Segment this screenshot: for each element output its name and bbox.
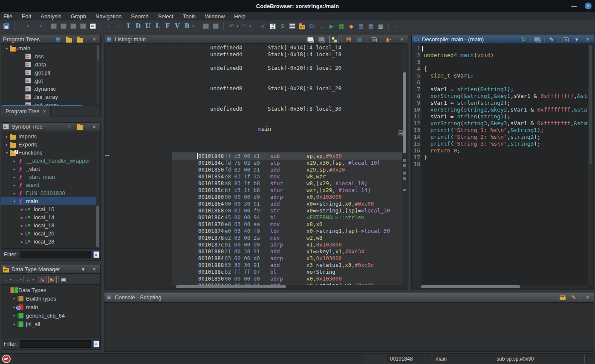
decompile-line-4[interactable]: 4{ — [412, 66, 589, 72]
decompile-line-18[interactable]: 18 — [412, 161, 589, 168]
save-button[interactable] — [3, 22, 10, 31]
asm-row-00101854[interactable]: 00101854e8 03 1f 2amovw8,wzr — [104, 173, 403, 180]
expand-caret-icon[interactable]: ▸ — [12, 175, 17, 179]
symbol-filter-input[interactable] — [20, 251, 91, 258]
redo-button[interactable]: ↷ — [240, 22, 248, 31]
expand-caret-icon[interactable]: ▸ — [12, 313, 17, 318]
tree-item-local_28[interactable]: ▸L◆local_28 — [1, 238, 100, 246]
listing-content[interactable]: undefined4Stack[-0x14]:4 local_14undefin… — [104, 44, 403, 285]
tree-item-Functions[interactable]: ▾Functions — [1, 149, 100, 157]
decompile-line-10[interactable]: 10 xorString(string2,&key2,sVar1 & 0xfff… — [412, 106, 589, 113]
function-label[interactable]: main — [258, 126, 271, 132]
paste-button[interactable] — [318, 36, 326, 43]
tree-item-.bss[interactable]: .bss — [1, 52, 100, 60]
diff-view-button[interactable]: ▥ — [355, 36, 364, 43]
tree-item-DataTypes[interactable]: Data Types — [1, 286, 100, 294]
close-panel-button[interactable]: × — [583, 36, 592, 43]
collapse-caret-icon[interactable]: ▾ — [4, 46, 10, 51]
expand-caret-icon[interactable]: ▸ — [12, 159, 17, 163]
tree-item-generic_clib_64[interactable]: ▸generic_clib_64 — [1, 311, 100, 320]
tree-item-_start[interactable]: ▸ƒ_start — [1, 165, 100, 173]
expand-caret-icon[interactable]: ▸ — [19, 232, 25, 236]
decompile-line-7[interactable]: 7 sVar1 = strlen(&string1); — [412, 86, 589, 93]
dropdown-caret[interactable]: ▾ — [237, 24, 238, 28]
dtm-preview-button[interactable]: ▣ — [61, 276, 66, 283]
decompile-line-14[interactable]: 14 printf("String 2: %s\n",string2); — [412, 134, 589, 140]
table-button[interactable]: ▦ — [357, 22, 365, 31]
edit-fields-button[interactable]: ▤ — [344, 36, 353, 43]
tree-item-local_18[interactable]: ▸L◆local_18 — [1, 221, 100, 229]
asm-row-00101870[interactable]: 00101870e8 03 00 aamovx8,x0 — [104, 221, 403, 228]
program-tree-scrollbar[interactable] — [96, 45, 100, 104]
decompile-hscrollbar[interactable] — [413, 285, 589, 289]
expand-caret-icon[interactable]: ▸ — [12, 191, 17, 195]
collapse-caret-icon[interactable]: ▾ — [12, 199, 17, 203]
dropdown-caret[interactable]: ▾ — [192, 24, 194, 28]
close-panel-button[interactable]: × — [583, 294, 592, 301]
menu-tools[interactable]: Tools — [183, 13, 196, 20]
broom-button[interactable]: ▥ — [377, 22, 384, 31]
menu-edit[interactable]: Edit — [22, 13, 31, 20]
dtm-filter-input[interactable] — [20, 340, 91, 348]
tree-item-__atexit_handler_wrapper[interactable]: ▸ƒ__atexit_handler_wrapper — [1, 157, 100, 165]
expand-caret-icon[interactable]: ▸ — [12, 183, 17, 187]
asm-row-00101858[interactable]: 00101858a8 83 1f b8sturw8,[x29, #local_1… — [104, 180, 403, 187]
struct2-button[interactable] — [212, 22, 220, 31]
asm-row-00101878[interactable]: 00101878e2 03 08 2amovw2,w8 — [104, 235, 403, 241]
expand-caret-icon[interactable]: ▸ — [19, 240, 25, 244]
tree-item-_start_main[interactable]: ▸ƒ_start_main — [1, 173, 100, 181]
snapshot-button[interactable] — [370, 36, 378, 43]
asm-row-0010185c[interactable]: 0010185cbf c3 1f b8sturwzr,[x29, #local_… — [104, 187, 403, 194]
copy-button[interactable] — [306, 36, 315, 43]
listing-hscrollbar[interactable] — [105, 285, 408, 289]
filter-options-button[interactable]: » — [93, 251, 99, 258]
ltrI-button[interactable]: I — [124, 22, 132, 31]
asm-row-0010186c[interactable]: 0010186c45 00 00 94bl<EXTERNAL>::strlen — [104, 214, 403, 221]
menu-window[interactable]: Window — [205, 13, 225, 20]
asm-row-00101868[interactable]: 00101868e0 03 00 f9strx0=>string1,[sp]=>… — [104, 207, 403, 214]
tree-item-Imports[interactable]: ▸Imports — [1, 132, 100, 140]
tree-item-local_14[interactable]: ▸L◆local_14 — [1, 213, 100, 221]
memmap-button[interactable] — [89, 22, 97, 31]
tree-item-.init_array[interactable]: .init_array — [1, 101, 100, 105]
page3-button[interactable] — [69, 22, 77, 31]
dropdown-caret[interactable]: ▾ — [249, 24, 251, 28]
decompile-line-13[interactable]: 13 printf("String 1: %s\n",&string1); — [412, 127, 589, 134]
page4-button[interactable] — [79, 22, 87, 31]
menu-file[interactable]: File — [3, 13, 12, 20]
margin-toggle-handle[interactable] — [399, 130, 403, 136]
asm-row-00101860[interactable]: 0010186000 00 00 d0adrpx0,0x103000 — [104, 194, 403, 201]
close-panel-button[interactable]: × — [90, 36, 98, 43]
chip-button[interactable]: ▦ — [338, 22, 345, 31]
asm-row-00101888[interactable]: 0010188863 30 30 91addx3=>status1,x3,#0x… — [104, 262, 403, 269]
expand-caret-icon[interactable]: ▸ — [19, 215, 25, 220]
binary-button[interactable]: 10 01 — [269, 22, 277, 31]
clear-console-button[interactable]: ✎ — [569, 294, 578, 301]
forward-button[interactable]: → — [31, 22, 39, 31]
decompile-line-11[interactable]: 11 sVar1 = strlen(string3); — [412, 113, 589, 120]
expand-caret-icon[interactable]: ▸ — [4, 143, 10, 147]
goto-tree-button[interactable] — [76, 36, 84, 43]
asm-row-00101850[interactable]: 00101850fd 83 00 91addx29,sp,#0x20 — [104, 166, 403, 173]
tree-item-main[interactable]: ▸main — [1, 303, 100, 311]
program-tree-tab[interactable]: Program Tree × — [1, 106, 51, 117]
back-button[interactable]: ← — [18, 22, 26, 31]
decompile-line-12[interactable]: 12 xorString(string3,&key3,sVar1 & 0xfff… — [412, 120, 589, 127]
tree-item-BuiltInTypes[interactable]: ▸BuiltInTypes — [1, 294, 100, 303]
menu-navigation[interactable]: Navigation — [95, 13, 121, 20]
decompile-line-15[interactable]: 15 printf("String 3: %s\n",string3); — [412, 140, 589, 147]
down-button[interactable]: ↓ — [105, 22, 113, 31]
collapse-caret-icon[interactable]: ▾ — [4, 151, 10, 155]
asm-row-00101874[interactable]: 00101874e0 03 40 f9ldrx0=>string1,[sp]=>… — [104, 228, 403, 235]
decompile-line-3[interactable]: 3 — [412, 59, 589, 66]
expand-caret-icon[interactable]: ▸ — [19, 224, 25, 228]
audio-button[interactable]: ◗ — [393, 22, 400, 31]
page2-button[interactable] — [60, 22, 67, 31]
panel-menu-button[interactable]: ▾ — [572, 36, 581, 43]
struct1-button[interactable] — [202, 22, 210, 31]
asm-row-00101848[interactable]: 00101848ff c3 00 d1subsp,sp,#0x30 — [104, 153, 403, 160]
listing-view-button[interactable]: ▮▾ — [384, 36, 392, 43]
decompile-line-16[interactable]: 16 return 0; — [412, 147, 589, 154]
asm-row-00101890[interactable]: 0010189000 00 00 d0adrpx0,0x103000 — [104, 275, 403, 282]
minimize-button[interactable]: — — [571, 3, 577, 9]
